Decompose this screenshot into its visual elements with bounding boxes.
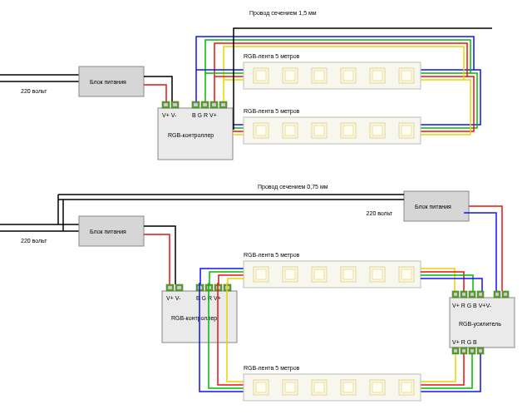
svg-rect-69 xyxy=(454,293,457,296)
svg-rect-71 xyxy=(462,293,466,296)
svg-rect-62 xyxy=(343,269,353,279)
controller-rgb-pins: B G R V+ xyxy=(192,112,217,118)
svg-rect-43 xyxy=(177,286,181,289)
svg-rect-23 xyxy=(372,71,382,81)
svg-rect-58 xyxy=(285,269,295,279)
psu-label: Блок питания xyxy=(90,79,126,85)
svg-rect-64 xyxy=(372,269,382,279)
svg-rect-81 xyxy=(454,349,457,352)
svg-rect-4 xyxy=(173,103,177,106)
svg-rect-36 xyxy=(372,126,382,136)
svg-rect-60 xyxy=(314,269,324,279)
svg-text:V+ R G B: V+ R G B xyxy=(452,339,477,345)
svg-rect-98 xyxy=(343,382,353,392)
svg-rect-100 xyxy=(372,382,382,392)
svg-rect-17 xyxy=(285,71,295,81)
led-strip-c: RGB-лента 5 метров xyxy=(244,252,421,288)
svg-rect-38 xyxy=(401,126,411,136)
svg-rect-83 xyxy=(462,349,466,352)
psu-vminus-wire xyxy=(144,76,172,101)
svg-text:V+ R G B   V+V-: V+ R G B V+V- xyxy=(452,303,492,308)
svg-rect-34 xyxy=(343,126,353,136)
svg-text:V+ V-: V+ V- xyxy=(166,295,181,301)
controller-power-pins: V+ V- xyxy=(162,112,177,118)
svg-rect-6 xyxy=(194,103,198,106)
strip-c-label: RGB-лента 5 метров xyxy=(244,252,300,259)
svg-rect-85 xyxy=(470,349,474,352)
svg-rect-2 xyxy=(164,103,168,106)
diagram-bottom: Провод сечением 0,75 мм 220 вольт Блок п… xyxy=(0,184,515,401)
svg-rect-75 xyxy=(479,293,482,296)
svg-rect-32 xyxy=(314,126,324,136)
svg-rect-19 xyxy=(314,71,324,81)
svg-rect-26 xyxy=(244,117,421,144)
psu-vplus-wire xyxy=(144,85,166,101)
mains-voltage-label: 220 вольт xyxy=(21,88,47,94)
svg-rect-79 xyxy=(504,293,507,296)
wire-gauge-label-2: Провод сечением 0,75 мм xyxy=(258,184,328,190)
psu-left-label: Блок питания xyxy=(90,229,126,234)
controller-block: RGB-контроллер V+ V- B G R V+ xyxy=(158,101,233,160)
led-strip-d: RGB-лента 5 метров xyxy=(244,365,421,401)
psu-right-label: Блок питания xyxy=(415,204,451,210)
svg-rect-87 xyxy=(479,349,482,352)
svg-rect-13 xyxy=(244,62,421,89)
svg-rect-25 xyxy=(401,71,411,81)
svg-rect-41 xyxy=(168,286,172,289)
controller-title: RGB-контроллер xyxy=(168,132,214,139)
strip-d-label: RGB-лента 5 метров xyxy=(244,365,300,372)
svg-rect-15 xyxy=(256,71,266,81)
led-strip-b: RGB-лента 5 метров xyxy=(244,108,421,144)
amplifier-block: RGB-усилитель V+ R G B V+V- V+ R G B xyxy=(450,291,515,354)
mains-voltage-label-3: 220 вольт xyxy=(367,210,393,216)
svg-rect-66 xyxy=(401,269,411,279)
svg-rect-21 xyxy=(343,71,353,81)
svg-rect-30 xyxy=(285,126,295,136)
svg-rect-90 xyxy=(244,374,421,401)
led-strip-a: RGB-лента 5 метров xyxy=(244,53,421,89)
amplifier-title: RGB-усилитель xyxy=(459,321,501,328)
svg-rect-92 xyxy=(256,382,266,392)
strip-b-label: RGB-лента 5 метров xyxy=(244,108,300,115)
diagram-top: Провод сечением 1,5 мм 220 вольт Блок пи… xyxy=(0,10,492,160)
controller-terminals xyxy=(162,101,227,108)
mains-voltage-label-2: 220 вольт xyxy=(21,238,47,244)
svg-rect-12 xyxy=(221,103,225,106)
svg-rect-56 xyxy=(256,269,266,279)
svg-rect-28 xyxy=(256,126,266,136)
strip-a-label: RGB-лента 5 метров xyxy=(244,53,300,60)
svg-rect-94 xyxy=(285,382,295,392)
svg-rect-73 xyxy=(470,293,474,296)
wire-gauge-label: Провод сечением 1,5 мм xyxy=(249,10,317,17)
svg-rect-54 xyxy=(244,261,421,288)
svg-rect-8 xyxy=(203,103,207,106)
svg-rect-10 xyxy=(212,103,216,106)
svg-rect-96 xyxy=(314,382,324,392)
controller2-title: RGB-контроллер xyxy=(171,315,217,322)
svg-rect-102 xyxy=(401,382,411,392)
svg-rect-77 xyxy=(495,293,499,296)
